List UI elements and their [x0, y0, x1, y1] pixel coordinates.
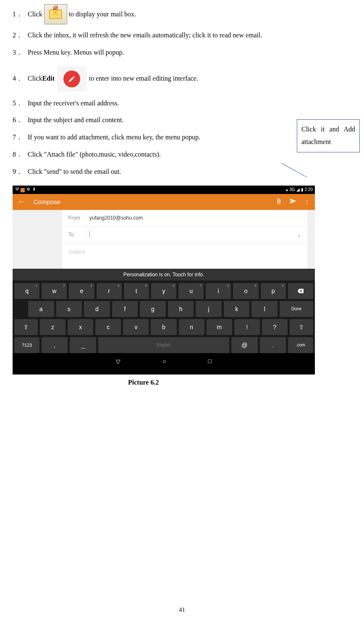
key-r[interactable]: r4 [97, 283, 122, 299]
step-2: 2． Click the inbox, it will refresh the … [13, 29, 351, 42]
key-l[interactable]: l [251, 301, 278, 317]
signal-bars-icon: ◢ [296, 187, 300, 192]
key-f[interactable]: f [112, 301, 138, 317]
key-o[interactable]: o9 [233, 283, 258, 299]
step-4: 4． Click Edit to enter into new email ed… [13, 66, 351, 92]
step-text: Input the receiver's email address. [28, 97, 351, 110]
step-text-b: to enter into new email editing interfac… [89, 73, 198, 85]
step-9: 9． Click "send" to send the email out. [13, 166, 351, 178]
to-field-row[interactable]: To ⌄ [62, 227, 307, 244]
personalization-bar[interactable]: Personalization is on. Touch for info. [13, 269, 315, 280]
key-p[interactable]: p0 [261, 283, 286, 299]
key-123[interactable]: ?123 [14, 337, 39, 353]
key-q[interactable]: q1 [14, 283, 39, 299]
key-done[interactable]: Done [280, 301, 313, 317]
step-num: 2． [13, 29, 25, 42]
key-c[interactable]: c [95, 319, 121, 335]
key-s[interactable]: s [56, 301, 82, 317]
step-num: 6． [13, 114, 25, 126]
compose-header: ← Compose ⋮ [13, 194, 315, 210]
email-app-icon: @ [44, 4, 67, 24]
step-num: 9． [13, 166, 25, 178]
key-e[interactable]: e3 [69, 283, 94, 299]
key-a[interactable]: a [28, 301, 54, 317]
subject-placeholder: Subject [68, 249, 89, 255]
step-text: Press Menu key. Menus will popup. [28, 47, 351, 59]
key-n[interactable]: n [179, 319, 204, 335]
key-j[interactable]: j [196, 301, 222, 317]
step-5: 5． Input the receiver's email address. [13, 97, 351, 110]
step-num: 8． [13, 149, 25, 161]
key-g[interactable]: g [140, 301, 166, 317]
battery-icon: ▮ [301, 187, 304, 192]
statusbar-right: ▴ 3G ◢ ▮ 2:20 [286, 187, 313, 192]
nav-back-icon[interactable]: ▽ [116, 358, 120, 365]
compose-title: Compose [34, 198, 275, 205]
overflow-menu-icon[interactable]: ⋮ [304, 199, 310, 205]
orange-square-icon [21, 188, 25, 192]
download-icon: ⬇ [31, 187, 37, 192]
key-space[interactable]: English [98, 337, 229, 353]
edit-compose-icon [57, 66, 86, 92]
screenshot-compose-email: Ψ ⚙ ⬇ ▴ 3G ◢ ▮ 2:20 ← Compose [13, 186, 315, 375]
key-b[interactable]: b [151, 319, 176, 335]
step-text: Click "send" to send the email out. [28, 166, 351, 178]
key-exclaim[interactable]: ! [234, 319, 260, 335]
settings-icon: ⚙ [26, 187, 31, 192]
step-3: 3． Press Menu key. Menus will popup. [13, 47, 351, 59]
nav-recent-icon[interactable]: □ [208, 358, 212, 365]
key-d[interactable]: d [84, 301, 110, 317]
step-text-a: Click [28, 8, 42, 21]
step-num: 7． [13, 131, 25, 144]
key-u[interactable]: u7 [178, 283, 204, 299]
subject-field-row[interactable]: Subject [62, 244, 307, 260]
step-num: 3． [13, 47, 25, 59]
to-label: To [68, 232, 89, 238]
to-value [89, 231, 297, 239]
step-num: 1． [13, 8, 25, 21]
nav-home-icon[interactable]: ○ [162, 358, 166, 365]
key-y[interactable]: y6 [151, 283, 176, 299]
key-z[interactable]: z [40, 319, 65, 335]
callout-add-attachment: Click it and Add attachment [297, 119, 360, 152]
attach-icon[interactable] [275, 198, 282, 206]
statusbar: Ψ ⚙ ⬇ ▴ 3G ◢ ▮ 2:20 [13, 186, 315, 194]
network-3g: 3G [289, 187, 295, 192]
key-question[interactable]: ? [262, 319, 288, 335]
step-text-bold: Edit [42, 73, 55, 85]
statusbar-time: 2:20 [305, 187, 313, 192]
step-text-a: Click [28, 73, 42, 85]
from-field-row[interactable]: From yufang2010@sohu.com [62, 210, 307, 227]
key-shift-right[interactable]: ⇧ [290, 319, 313, 335]
key-backspace[interactable] [288, 283, 313, 299]
key-v[interactable]: v [123, 319, 149, 335]
key-w[interactable]: w2 [42, 283, 67, 299]
step-1: 1． Click @ to display your mail box. [13, 4, 351, 24]
key-com[interactable]: .com [288, 337, 313, 353]
chevron-down-icon[interactable]: ⌄ [297, 232, 301, 238]
key-h[interactable]: h [168, 301, 194, 317]
figure-caption: Picture 6.2 [13, 379, 351, 386]
page-number: 41 [179, 606, 185, 613]
key-underscore[interactable]: _ [70, 337, 96, 353]
key-comma[interactable]: , [42, 337, 68, 353]
step-num: 5． [13, 97, 25, 110]
key-m[interactable]: m [207, 319, 232, 335]
key-i[interactable]: i8 [206, 283, 231, 299]
step-text-b: to display your mail box. [69, 8, 136, 21]
from-value: yufang2010@sohu.com [89, 215, 301, 221]
signal-icon: ▴ [286, 187, 288, 192]
key-t[interactable]: t5 [124, 283, 149, 299]
from-label: From [68, 215, 89, 221]
step-text: Click the inbox, it will refresh the new… [28, 29, 351, 42]
key-at[interactable]: @ [231, 337, 257, 353]
key-dot[interactable]: . [260, 337, 286, 353]
send-icon[interactable] [290, 198, 296, 206]
key-shift-left[interactable]: ⇧ [14, 319, 38, 335]
compose-body: From yufang2010@sohu.com To ⌄ Subject [13, 210, 315, 269]
system-navbar: ▽ ○ □ [13, 355, 315, 368]
key-k[interactable]: k [224, 301, 250, 317]
key-x[interactable]: x [68, 319, 93, 335]
back-arrow-icon[interactable]: ← [18, 197, 25, 206]
keyboard: q1w2e3r4t5y6u7i8o9p0 asdfghjklDone ⇧zxcv… [13, 280, 315, 353]
